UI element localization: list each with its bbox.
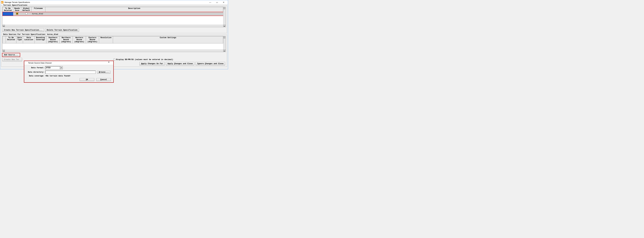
dialog-title: Terrain Source Data Chooser <box>28 62 108 64</box>
terrain-source-chooser-dialog: Terrain Source Data Chooser ✕ Data forma… <box>24 61 114 69</box>
col-data-type[interactable]: DataType <box>16 36 23 43</box>
sources-table: To BeDeleted DataType DataLocation Bound… <box>2 36 223 46</box>
sources-vscroll-thumb[interactable] <box>224 36 225 38</box>
sources-hscroll[interactable]: ◂ ▸ <box>2 50 226 52</box>
maximize-button[interactable]: ▭ <box>214 0 220 4</box>
specs-vscroll[interactable] <box>223 7 226 27</box>
specs-table: To BeDeleted NeedsSave GlobalDefault Fil… <box>2 7 223 16</box>
data-format-label: Data format: <box>26 67 45 69</box>
sources-hscroll-left-icon[interactable]: ◂ <box>2 50 5 52</box>
data-format-select[interactable]: DTED ▾ <box>45 66 63 69</box>
dialog-logo-icon <box>25 62 27 64</box>
cell-filename[interactable]: korea_dted <box>32 12 45 16</box>
data-format-value: DTED <box>45 66 60 69</box>
ddmmss-checkbox[interactable] <box>114 59 115 60</box>
col-global-default[interactable]: GlobalDefault <box>21 7 32 12</box>
cell-to-be-deleted[interactable] <box>3 12 13 16</box>
create-spec-button[interactable]: Create New Terrain Specification... <box>2 28 44 32</box>
chevron-down-icon[interactable]: ▾ <box>60 66 63 69</box>
col-bounding-coverage[interactable]: BoundingCoverage <box>35 36 46 43</box>
client-area: Terrain Specifications To BeDeleted Need… <box>0 4 228 69</box>
dialog-body: Data format: DTED ▾ Data directory: Brow… <box>24 65 113 69</box>
apply-close-button[interactable]: Apply Changes and Close <box>166 62 194 65</box>
col-northern[interactable]: NorthernBound(degrees) <box>60 36 73 43</box>
add-source-button[interactable]: Add Source... <box>2 53 20 57</box>
specs-table-wrap: To BeDeleted NeedsSave GlobalDefault Fil… <box>2 7 226 27</box>
cell-global-default[interactable] <box>21 12 32 16</box>
ddmmss-row: Display DD/MM/SS (values must be entered… <box>114 59 173 61</box>
specs-vscroll-thumb[interactable] <box>224 7 225 9</box>
dialog-titlebar: Terrain Source Data Chooser ✕ <box>24 61 113 65</box>
col-filename[interactable]: Filename <box>32 7 45 12</box>
terrain-specs-group: Terrain Specifications To BeDeleted Need… <box>1 5 227 33</box>
col-southern[interactable]: SouthernBound(degrees) <box>46 36 60 43</box>
cell-description[interactable] <box>45 12 223 16</box>
col-to-be-deleted[interactable]: To BeDeleted <box>3 7 13 12</box>
col-needs-save[interactable]: NeedsSave <box>13 7 21 12</box>
col-western[interactable]: WesternBound(degrees) <box>73 36 86 43</box>
dialog-close-button[interactable]: ✕ <box>108 61 112 65</box>
col-description[interactable]: Description <box>45 7 223 12</box>
col-custom-settings[interactable]: Custom Settings <box>113 36 223 43</box>
titlebar: Manage Terrain Specifications — ▭ ✕ <box>0 0 228 4</box>
ignore-close-button[interactable]: Ignore Changes and Close <box>196 62 225 65</box>
apply-so-far-button[interactable]: Apply Changes So Far <box>140 62 165 65</box>
window-title: Manage Terrain Specifications <box>4 1 207 3</box>
specs-hscroll[interactable]: ◂ ▸ <box>2 25 226 27</box>
sources-hscroll-right-icon[interactable]: ▸ <box>223 50 226 52</box>
hscroll-left-icon[interactable]: ◂ <box>2 25 5 27</box>
create-spec-button-disabled: Create New Ter <box>2 58 22 61</box>
col-eastern[interactable]: EasternBound(degrees) <box>86 36 99 43</box>
main-window: Manage Terrain Specifications — ▭ ✕ Terr… <box>0 0 228 69</box>
save-icon <box>16 12 18 15</box>
col-spacer[interactable] <box>3 36 6 43</box>
cell-needs-save[interactable] <box>13 12 21 16</box>
sources-table-wrap: To BeDeleted DataType DataLocation Bound… <box>2 36 226 52</box>
close-button[interactable]: ✕ <box>220 0 227 4</box>
col-src-to-be-deleted[interactable]: To BeDeleted <box>6 36 16 43</box>
minimize-button[interactable]: — <box>207 0 214 4</box>
delete-spec-button[interactable]: Delete Terrain Specification <box>45 28 79 32</box>
hscroll-right-icon[interactable]: ▸ <box>223 25 226 27</box>
sources-empty-row[interactable] <box>3 43 223 46</box>
global-default-checkbox[interactable] <box>26 13 27 14</box>
terrain-specs-legend: Terrain Specifications <box>3 4 28 6</box>
col-data-location[interactable]: DataLocation <box>23 36 35 43</box>
data-sources-legend: Data Sources For Terrain Specification: … <box>3 33 59 35</box>
app-logo-icon <box>1 1 3 3</box>
specs-row-korea-dted[interactable]: korea_dted <box>3 12 223 16</box>
col-resolution[interactable]: Resolution <box>99 36 113 43</box>
ddmmss-label: Display DD/MM/SS (values must be entered… <box>116 59 173 61</box>
